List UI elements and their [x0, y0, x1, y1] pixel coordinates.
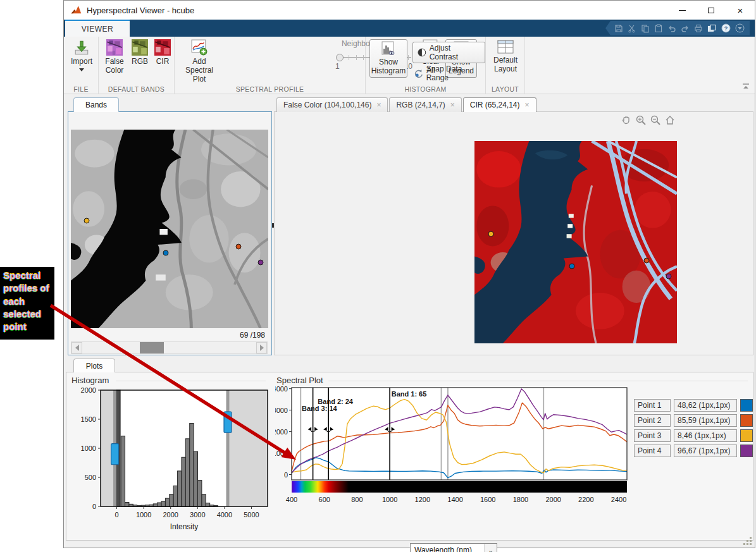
close-tab-icon[interactable]: ×: [376, 101, 381, 109]
svg-text:?: ?: [724, 25, 728, 32]
tab-rgb[interactable]: RGB (24,14,7) ×: [389, 97, 461, 112]
point-marker: [257, 260, 263, 266]
import-icon: [73, 39, 90, 56]
layout-windows-icon[interactable]: [707, 24, 717, 33]
false-color-button[interactable]: False Color: [101, 39, 128, 75]
ribbon-tabstrip: VIEWER ?: [64, 20, 755, 37]
help-icon[interactable]: ?: [721, 23, 731, 33]
default-layout-label: Default Layout: [491, 56, 520, 74]
histogram-range-handle[interactable]: [224, 412, 232, 432]
legend-point-name: Point 2: [634, 414, 671, 427]
grayscale-band-image: [71, 130, 268, 328]
snap-data-range-button[interactable]: Snap Data Range: [414, 64, 485, 82]
scroll-left-button[interactable]: [71, 342, 82, 353]
tab-plots[interactable]: Plots: [73, 359, 115, 372]
cir-image-canvas[interactable]: [474, 141, 677, 343]
pan-icon[interactable]: [621, 114, 632, 126]
app-window: Hyperspectral Viewer - hcube × VIEWER ?: [63, 0, 755, 548]
quickbar-options-icon[interactable]: [735, 23, 745, 33]
window-resize-grip[interactable]: [743, 537, 752, 545]
spectral-plot-chart[interactable]: Band 1: 65Band 2: 24Band 3: 144006008001…: [275, 384, 631, 530]
tab-bands[interactable]: Bands: [73, 97, 119, 112]
home-icon[interactable]: [664, 114, 676, 126]
svg-text:Intensity: Intensity: [170, 522, 199, 531]
chevron-down-icon: ⌄: [484, 544, 497, 552]
legend-row: Point 2 85,59 (1px,1px): [634, 414, 753, 427]
cir-button[interactable]: CIR: [152, 39, 173, 66]
histogram-range-handle[interactable]: [111, 444, 119, 465]
band-indicator: 69 /198: [240, 331, 265, 340]
legend-point-coords: 48,62 (1px,1px): [674, 399, 737, 412]
ribbon-group-file: Import FILE: [64, 37, 99, 94]
plots-panel-body: Histogram Spectral Plot 0100020003000400…: [66, 372, 753, 541]
bands-panel: Bands: [66, 97, 273, 357]
svg-text:4000: 4000: [275, 385, 288, 393]
histogram-chart[interactable]: 0100020003000400050000500100015002000Int…: [73, 384, 275, 536]
section-label-layout: LAYOUT: [486, 85, 524, 93]
svg-text:3000: 3000: [275, 407, 288, 414]
svg-text:1000: 1000: [275, 450, 288, 457]
window-controls: ×: [667, 1, 755, 20]
point-marker: [488, 231, 493, 237]
point-marker: [644, 257, 650, 263]
import-button[interactable]: Import: [69, 39, 94, 71]
copy-icon[interactable]: [641, 24, 650, 33]
right-arrow-icon: [260, 345, 264, 351]
image-panel: False Color (104,100,146) × RGB (24,14,7…: [274, 97, 753, 357]
window-title: Hyperspectral Viewer - hcube: [87, 6, 194, 15]
scroll-right-button[interactable]: [256, 342, 267, 353]
zoom-in-icon[interactable]: [635, 114, 647, 126]
point-marker: [84, 218, 89, 224]
legend-point-coords: 96,67 (1px,1px): [674, 445, 737, 457]
tab-viewer[interactable]: VIEWER: [65, 20, 130, 37]
scrollbar-thumb[interactable]: [140, 342, 164, 353]
close-button[interactable]: ×: [726, 1, 755, 20]
slider-handle[interactable]: [336, 54, 344, 61]
add-spectral-plot-icon: [191, 39, 208, 56]
svg-text:0: 0: [92, 503, 96, 510]
undo-icon[interactable]: [667, 24, 676, 33]
default-layout-button[interactable]: Default Layout: [491, 39, 520, 74]
adjust-contrast-icon: [418, 48, 426, 57]
close-tab-icon[interactable]: ×: [525, 101, 530, 109]
adjust-contrast-button[interactable]: Adjust Contrast: [412, 42, 485, 63]
band-scrollbar[interactable]: [71, 341, 268, 354]
minimize-button[interactable]: [667, 1, 697, 20]
save-icon[interactable]: [614, 24, 623, 33]
add-spectral-plot-button[interactable]: Add Spectral Plot: [178, 39, 220, 83]
histogram-section-title: Histogram: [71, 376, 114, 385]
print-icon[interactable]: [694, 24, 703, 33]
legend-point-name: Point 3: [634, 429, 671, 442]
zoom-out-icon[interactable]: [650, 114, 661, 126]
svg-text:2000: 2000: [545, 496, 561, 503]
show-histogram-icon: [381, 41, 396, 56]
svg-text:Band 3: 14: Band 3: 14: [302, 405, 338, 412]
svg-text:2400: 2400: [611, 496, 626, 503]
collapse-ribbon-icon[interactable]: [742, 83, 750, 90]
default-layout-icon: [497, 39, 514, 54]
svg-text:2000: 2000: [81, 386, 96, 394]
wavelength-unit-dropdown[interactable]: Wavelength (nm) ⌄: [410, 543, 497, 552]
close-tab-icon[interactable]: ×: [450, 101, 455, 109]
tab-false-color[interactable]: False Color (104,100,146) ×: [276, 97, 388, 112]
point-marker: [236, 244, 242, 250]
section-label-histogram: HISTOGRAM: [366, 85, 485, 93]
rgb-label: RGB: [132, 58, 148, 66]
paste-icon[interactable]: [654, 24, 663, 33]
legend-point-name: Point 1: [634, 399, 671, 412]
tab-cir[interactable]: CIR (65,24,14) ×: [463, 97, 536, 112]
point-marker: [666, 274, 672, 279]
section-label-file: FILE: [64, 85, 98, 93]
show-histogram-button[interactable]: Show Histogram: [369, 39, 407, 78]
wavelength-unit-value: Wavelength (nm): [411, 546, 484, 552]
plots-panel: Plots Histogram Spectral Plot 0100020003…: [66, 358, 753, 541]
scrollbar-track[interactable]: [82, 342, 256, 353]
maximize-button[interactable]: [697, 1, 726, 20]
rgb-button[interactable]: RGB: [129, 39, 151, 66]
band-image-canvas[interactable]: [71, 130, 268, 328]
section-label-default-bands: DEFAULT BANDS: [99, 85, 174, 93]
cut-icon[interactable]: [628, 24, 636, 33]
redo-icon[interactable]: [681, 24, 690, 33]
image-document-tabs: False Color (104,100,146) × RGB (24,14,7…: [276, 97, 536, 112]
point-marker: [163, 250, 168, 255]
